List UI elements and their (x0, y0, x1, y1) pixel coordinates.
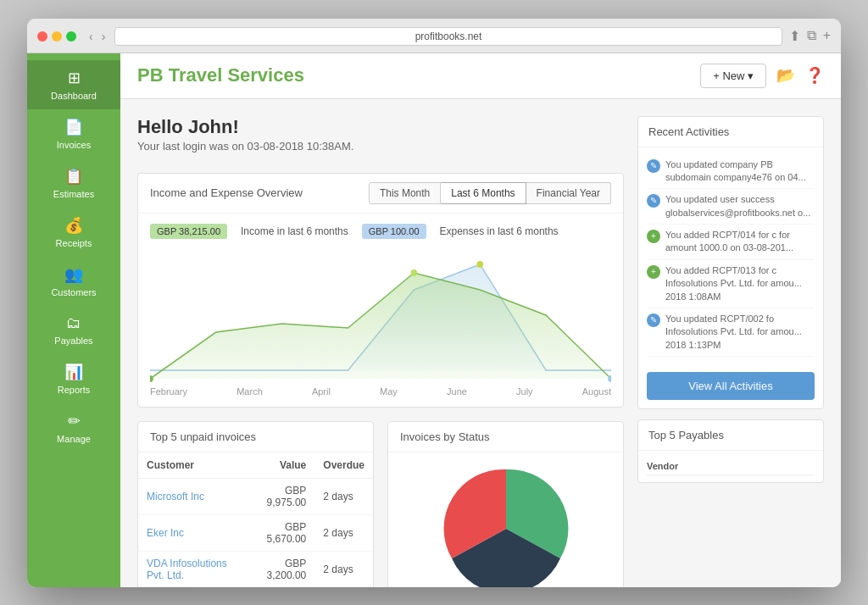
invoices-status-title: Invoices by Status (400, 430, 490, 443)
invoices-table-title: Top 5 unpaid invoices (150, 430, 256, 443)
folder-icon[interactable]: 📂 (776, 66, 795, 85)
recent-activities-title: Recent Activities (638, 117, 823, 147)
month-jun: June (447, 386, 467, 397)
customers-icon: 👥 (64, 265, 83, 284)
table-row: Microsoft Inc GBP 9,975.00 2 days (138, 478, 373, 514)
overdue-cell: 2 days (314, 514, 373, 551)
sidebar-item-receipts[interactable]: 💰 Receipts (27, 208, 120, 257)
table-header-row: Customer Value Overdue (138, 452, 373, 479)
estimates-icon: 📋 (64, 167, 83, 186)
sidebar-item-customers[interactable]: 👥 Customers (27, 257, 120, 306)
sidebar-label-reports: Reports (58, 385, 91, 395)
chart-svg-container (150, 247, 611, 383)
activity-text: You updated RCPT/002 fo Infosolutions Pv… (665, 313, 815, 352)
month-apr: April (312, 386, 331, 397)
new-button[interactable]: + New ▾ (700, 64, 766, 88)
address-bar[interactable]: profitbooks.net (114, 27, 782, 46)
table-row: VDA Infosolutions Pvt. Ltd. GBP 3,200.00… (138, 551, 373, 587)
customer-cell[interactable]: VDA Infosolutions Pvt. Ltd. (138, 551, 246, 587)
sidebar-item-manage[interactable]: ✏ Manage (27, 403, 120, 452)
sidebar-item-estimates[interactable]: 📋 Estimates (27, 158, 120, 208)
income-badge: GBP 38,215.00 (150, 224, 227, 239)
back-button[interactable]: ‹ (86, 30, 96, 43)
chart-area: GBP 38,215.00 Income in last 6 months GB… (138, 214, 623, 407)
activity-item: ✎ You updated company PB subdomain compa… (647, 154, 815, 190)
svg-point-3 (411, 269, 418, 276)
share-icon: ⬆ (789, 28, 800, 44)
tab-financial-year[interactable]: Financial Year (526, 182, 611, 204)
payables-icon: 🗂 (66, 314, 81, 332)
activity-list: ✎ You updated company PB subdomain compa… (638, 147, 823, 364)
chart-legend: GBP 38,215.00 Income in last 6 months GB… (150, 224, 611, 239)
expense-badge: GBP 100.00 (362, 224, 426, 239)
right-column: Recent Activities ✎ You updated company … (637, 116, 824, 587)
month-feb: February (150, 386, 187, 397)
expense-label: Expenses in last 6 months (440, 225, 559, 237)
top-payables-card: Top 5 Payables Vendor (637, 419, 824, 483)
main-content: PB Travel Services + New ▾ 📂 ❓ Hello Joh… (120, 53, 841, 587)
dashboard-icon: ⊞ (68, 69, 81, 87)
svg-point-5 (476, 261, 483, 268)
value-cell: GBP 9,975.00 (246, 478, 315, 514)
edit-activity-icon: ✎ (647, 194, 660, 208)
invoices-status-card: Invoices by Status (387, 421, 624, 587)
chart-card: Income and Expense Overview This Month L… (137, 173, 624, 408)
app-title: PB Travel Services (137, 64, 304, 86)
help-icon[interactable]: ❓ (805, 66, 824, 85)
maximize-button[interactable] (66, 31, 76, 42)
tab-this-month[interactable]: This Month (369, 182, 441, 204)
income-label: Income in last 6 months (241, 225, 348, 237)
invoices-table-body: Microsoft Inc GBP 9,975.00 2 days Eker I… (138, 478, 373, 587)
sidebar-label-payables: Payables (54, 336, 92, 346)
col-value: Value (246, 452, 315, 479)
sidebar-item-reports[interactable]: 📊 Reports (27, 354, 120, 403)
sidebar-label-dashboard: Dashboard (51, 91, 97, 101)
sidebar: ⊞ Dashboard 📄 Invoices 📋 Estimates 💰 Rec… (27, 53, 120, 587)
sidebar-item-dashboard[interactable]: ⊞ Dashboard (27, 60, 120, 109)
add-activity-icon: + (647, 230, 660, 243)
activity-item: ✎ You updated RCPT/002 fo Infosolutions … (647, 308, 815, 357)
month-jul: July (516, 386, 533, 397)
chart-title: Income and Expense Overview (150, 186, 303, 199)
col-overdue: Overdue (314, 452, 373, 479)
payables-table: Vendor (638, 451, 823, 482)
greeting: Hello John! Your last login was on 03-08… (137, 116, 624, 159)
new-tab-icon[interactable]: + (823, 28, 831, 44)
activity-item: + You added RCPT/014 for c for amount 10… (647, 225, 815, 260)
month-may: May (380, 386, 398, 397)
greeting-title: Hello John! (137, 116, 624, 138)
table-row: Eker Inc GBP 5,670.00 2 days (138, 514, 373, 551)
col-customer: Customer (138, 452, 246, 479)
month-mar: March (236, 386, 263, 397)
overdue-cell: 2 days (314, 551, 373, 587)
customer-cell[interactable]: Microsoft Inc (138, 478, 246, 514)
svg-marker-1 (150, 273, 611, 379)
invoices-table-header: Top 5 unpaid invoices (138, 422, 373, 452)
value-cell: GBP 3,200.00 (246, 551, 315, 587)
invoices-table-card: Top 5 unpaid invoices Customer Value Ove… (137, 421, 374, 587)
top-bar: PB Travel Services + New ▾ 📂 ❓ (120, 53, 841, 99)
customer-cell[interactable]: Eker Inc (138, 514, 246, 551)
activity-item: ✎ You updated user success globalservice… (647, 189, 815, 225)
sidebar-label-receipts: Receipts (56, 238, 92, 248)
sidebar-item-payables[interactable]: 🗂 Payables (27, 306, 120, 354)
sidebar-label-manage: Manage (57, 434, 91, 444)
sidebar-item-invoices[interactable]: 📄 Invoices (27, 109, 120, 158)
tab-last-6-months[interactable]: Last 6 Months (441, 182, 526, 204)
view-all-button[interactable]: View All Activities (647, 372, 815, 400)
activity-text: You updated company PB subdomain company… (665, 158, 815, 185)
pie-chart (442, 465, 570, 587)
payables-title: Top 5 Payables (638, 420, 823, 451)
payables-vendor-header: Vendor (647, 458, 815, 475)
invoices-status-header: Invoices by Status (388, 422, 623, 452)
chart-tabs: This Month Last 6 Months Financial Year (369, 182, 611, 204)
close-button[interactable] (37, 31, 47, 42)
invoices-table: Customer Value Overdue Microsoft Inc GBP… (138, 452, 373, 587)
activity-item: + You added RCPT/013 for c Infosolutions… (647, 260, 815, 308)
edit-activity-icon: ✎ (647, 314, 660, 327)
activity-text: You updated user success globalservices@… (665, 193, 815, 219)
activity-text: You added RCPT/014 for c for amount 1000… (665, 229, 815, 255)
reports-icon: 📊 (64, 363, 83, 381)
forward-button[interactable]: › (99, 30, 108, 43)
minimize-button[interactable] (52, 31, 62, 42)
